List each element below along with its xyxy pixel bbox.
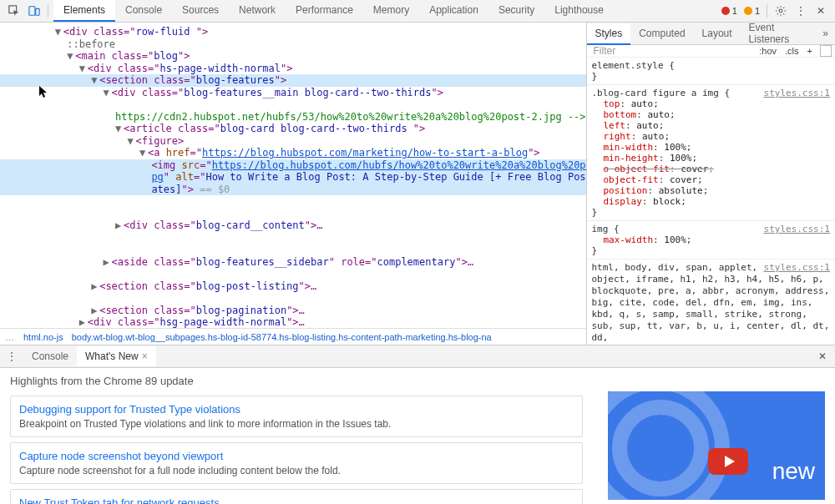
dom-node[interactable]: ▼<figure> (0, 135, 586, 148)
dom-node[interactable]: pg" alt="How to Write a Blog Post: A Ste… (0, 171, 586, 184)
rule-close: } (592, 245, 831, 256)
css-declaration[interactable]: right: auto; (592, 131, 831, 142)
rule-source-link[interactable]: styles.css:1 (764, 224, 830, 234)
tab-security[interactable]: Security (488, 0, 544, 22)
breadcrumbs[interactable]: … html.no-js body.wt-blog.wt-blog__subpa… (0, 328, 586, 345)
dom-node[interactable]: https://cdn2.hubspot.net/hubfs/53/how%20… (0, 111, 586, 123)
dom-node[interactable] (0, 244, 586, 256)
whats-new-video[interactable]: new (608, 391, 825, 500)
dom-node[interactable]: ▶<section class="blog-post-listing">… (0, 280, 586, 293)
device-toolbar-icon[interactable] (28, 4, 41, 18)
dom-node[interactable]: ▼<main class="blog"> (0, 50, 586, 63)
styles-tab-computed[interactable]: Computed (630, 23, 693, 43)
crumb-item[interactable]: html.no-js (19, 332, 68, 342)
dom-node[interactable]: ▼<div class="blog-features__main blog-ca… (0, 87, 586, 99)
css-declaration[interactable]: left: auto; (592, 120, 831, 131)
tab-lighthouse[interactable]: Lighthouse (544, 0, 614, 22)
rule-source-link[interactable]: styles.css:1 (764, 88, 830, 98)
play-icon[interactable] (708, 448, 748, 475)
whats-new-item[interactable]: Capture node screenshot beyond viewportC… (10, 442, 583, 484)
dom-node[interactable] (0, 292, 586, 305)
dom-node[interactable]: ::before (0, 38, 586, 51)
drawer-more-icon[interactable]: ⋮ (0, 350, 23, 362)
whats-new-item[interactable]: Debugging support for Trusted Type viola… (10, 396, 583, 437)
tab-sources[interactable]: Sources (172, 0, 229, 22)
more-icon[interactable]: ⋮ (794, 4, 807, 18)
tab-network[interactable]: Network (229, 0, 286, 22)
rule-reset[interactable]: styles.css:1 html, body, div, span, appl… (587, 260, 836, 345)
drawer-tab-what-s-new[interactable]: What's New× (77, 346, 156, 366)
dom-node[interactable] (0, 208, 586, 220)
css-declaration[interactable]: min-width: 100%; (592, 142, 831, 153)
dom-node[interactable]: ▼<article class="blog-card blog-card--tw… (0, 123, 586, 135)
warning-badge[interactable]: 1 (744, 6, 760, 16)
panel-tabs: ElementsConsoleSourcesNetworkPerformance… (53, 0, 614, 22)
new-style-rule[interactable]: + (803, 46, 817, 56)
tab-console[interactable]: Console (115, 0, 172, 22)
dom-node[interactable]: ▶<div class="hsg-page-width-normal">… (0, 316, 586, 328)
cls-toggle[interactable]: .cls (781, 46, 803, 56)
svg-point-3 (779, 9, 782, 13)
whats-new-item[interactable]: New Trust Token tab for network requests (10, 489, 583, 504)
drawer-close-icon[interactable]: ✕ (810, 350, 835, 362)
styles-filter-row: :hov .cls + (587, 45, 836, 58)
toolbar-right: 1 1 ⋮ ✕ (721, 4, 832, 18)
error-count: 1 (732, 6, 737, 16)
rule-blog-card-img[interactable]: styles.css:1 .blog-card figure a img { t… (587, 85, 836, 221)
tab-performance[interactable]: Performance (286, 0, 363, 22)
wn-item-title: Debugging support for Trusted Type viola… (19, 403, 574, 416)
dom-node[interactable]: ▶<aside class="blog-features__sidebar" r… (0, 256, 586, 269)
dom-node[interactable]: ▼<div class="hs-page-width-normal"> (0, 63, 586, 75)
styles-tab-layout[interactable]: Layout (694, 23, 741, 43)
dom-node[interactable] (0, 268, 586, 280)
dom-node[interactable]: ▼<div class="row-fluid "> (0, 26, 586, 38)
css-declaration[interactable]: object-fit: cover; (592, 174, 831, 185)
css-declaration[interactable]: max-width: 100%; (592, 234, 831, 245)
dom-node[interactable] (0, 98, 586, 111)
dom-node[interactable]: ▶<div class="blog-card__content">… (0, 219, 586, 232)
dom-node[interactable]: ates]"> == $0 (0, 184, 586, 196)
css-declaration[interactable]: position: absolute; (592, 185, 831, 196)
crumb-item[interactable]: body.wt-blog.wt-blog__subpages.hs-blog-i… (68, 332, 496, 342)
css-declaration[interactable]: bottom: auto; (592, 109, 831, 120)
crumb-overflow[interactable]: … (0, 332, 19, 342)
reset-selectors: html, body, div, span, applet, object, i… (592, 262, 830, 343)
tab-memory[interactable]: Memory (363, 0, 419, 22)
drawer-tab-console[interactable]: Console (23, 346, 77, 366)
styles-tabs: StylesComputedLayoutEvent Listeners» (587, 23, 836, 45)
drawer-tabs: ⋮ ConsoleWhat's New× ✕ (0, 345, 835, 368)
rule-element-style[interactable]: element.style { } (587, 58, 836, 85)
css-declaration[interactable]: min-height: 100%; (592, 153, 831, 164)
toolbar-left (3, 4, 53, 18)
rule-source-link[interactable]: styles.css:1 (764, 262, 830, 274)
element-classes-icon[interactable] (820, 45, 832, 57)
css-declaration[interactable]: o object fit: cover; (592, 164, 831, 174)
dom-node[interactable]: ▶<section class="blog-pagination">… (0, 305, 586, 317)
wn-item-sub: Capture node screenshot for a full node … (19, 465, 574, 476)
error-badge[interactable]: 1 (721, 6, 737, 16)
dom-node[interactable]: ▼<a href="https://blog.hubspot.com/marke… (0, 147, 586, 159)
rule-img[interactable]: styles.css:1 img { max-width: 100%; } (587, 221, 836, 260)
styles-filter-input[interactable] (587, 45, 756, 57)
dom-node[interactable]: ▼<section class="blog-features"> (0, 74, 586, 87)
dom-node[interactable] (0, 232, 586, 244)
warning-count: 1 (755, 6, 760, 16)
tab-application[interactable]: Application (419, 0, 488, 22)
dom-node[interactable] (0, 195, 586, 208)
settings-icon[interactable] (774, 4, 787, 18)
drawer: ⋮ ConsoleWhat's New× ✕ Highlights from t… (0, 345, 835, 504)
close-icon[interactable]: ✕ (814, 4, 827, 18)
inspect-icon[interactable] (8, 4, 21, 18)
css-declaration[interactable]: top: auto; (592, 98, 831, 109)
dom-tree[interactable]: ▼<div class="row-fluid "> ::before ▼<mai… (0, 23, 586, 328)
wn-item-sub: Breakpoint on Trusted Type violations an… (19, 418, 574, 430)
styles-tab-styles[interactable]: Styles (587, 23, 631, 45)
devtools-toolbar: ElementsConsoleSourcesNetworkPerformance… (0, 0, 835, 23)
dom-node[interactable]: <img src="https://blog.hubspot.com/hubfs… (0, 159, 586, 172)
css-declaration[interactable]: display: block; (592, 196, 831, 207)
svg-rect-2 (36, 8, 39, 15)
tab-elements[interactable]: Elements (53, 0, 115, 22)
hov-toggle[interactable]: :hov (755, 46, 781, 56)
wn-item-title: New Trust Token tab for network requests (19, 496, 574, 504)
more-tabs-icon[interactable]: » (816, 28, 835, 39)
